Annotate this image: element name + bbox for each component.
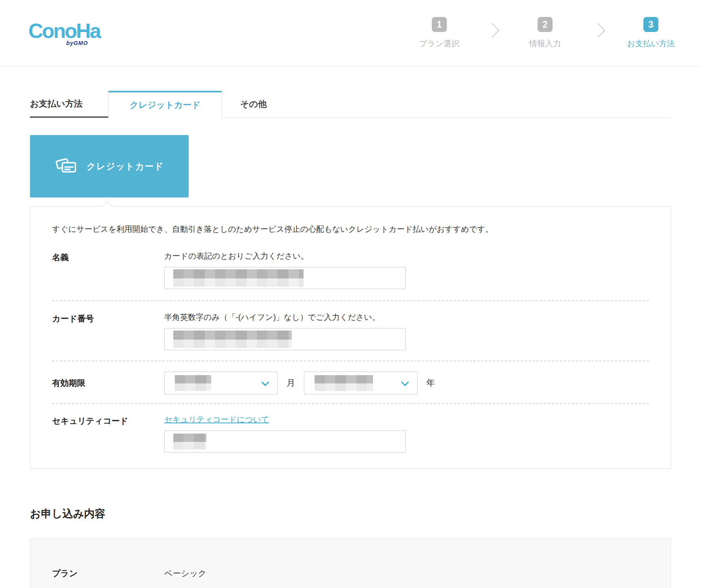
step-1-badge: 1 — [432, 17, 447, 32]
expiry-month-select[interactable] — [164, 372, 278, 395]
step-3-badge: 3 — [643, 17, 658, 32]
step-2-badge: 2 — [538, 17, 553, 32]
chevron-down-icon — [401, 378, 409, 386]
tab-other[interactable]: その他 — [222, 91, 285, 117]
chevron-down-icon — [261, 378, 269, 386]
step-2-label: 情報入力 — [529, 38, 561, 49]
security-code-field-label: セキュリティコード — [52, 414, 164, 453]
tab-credit-card[interactable]: クレジットカード — [108, 91, 222, 118]
name-input[interactable] — [164, 267, 406, 289]
conoha-logo[interactable]: ConoHa byGMO — [28, 21, 100, 46]
expiry-field-row: 有効期限 月 年 — [52, 372, 649, 395]
name-field-help: カードの表記のとおりご入力ください。 — [164, 251, 649, 261]
redacted-security-code-value — [173, 434, 206, 449]
order-plan-value: ベーシック — [164, 568, 206, 579]
security-code-info-link[interactable]: セキュリティコードについて — [164, 414, 269, 425]
chevron-right-icon — [591, 23, 605, 38]
redacted-year-value — [315, 375, 373, 391]
credit-card-intro-text: すぐにサービスを利用開始でき、自動引き落としのためサービス停止の心配もないクレジ… — [52, 223, 649, 235]
dashed-divider — [52, 361, 649, 361]
expiry-year-select[interactable] — [304, 372, 418, 395]
name-field-label: 名義 — [52, 251, 164, 289]
page-header: ConoHa byGMO 1 プラン選択 2 情報入力 3 お支払い方法 — [0, 0, 701, 66]
name-field-row: 名義 カードの表記のとおりご入力ください。 — [52, 251, 649, 289]
credit-cards-icon — [55, 157, 78, 175]
step-info-input: 2 情報入力 — [515, 17, 575, 49]
card-number-input[interactable] — [164, 328, 406, 350]
expiry-field-label: 有効期限 — [52, 378, 164, 389]
order-plan-label: プラン — [52, 568, 164, 579]
chevron-right-icon — [485, 23, 500, 38]
logo-brand-text: ConoHa — [28, 21, 100, 41]
year-unit-label: 年 — [426, 377, 435, 389]
redacted-month-value — [175, 375, 211, 391]
card-number-field-help: 半角英数字のみ（「-(ハイフン)」なし）でご入力ください。 — [164, 312, 649, 323]
dashed-divider — [52, 300, 649, 301]
credit-card-form-panel: すぐにサービスを利用開始でき、自動引き落としのためサービス停止の心配もないクレジ… — [30, 206, 671, 469]
redacted-name-value — [173, 269, 304, 287]
payment-method-tabs: お支払い方法 クレジットカード その他 — [30, 91, 671, 118]
dashed-divider — [52, 403, 649, 404]
redacted-card-number-value — [173, 331, 292, 348]
order-summary-heading: お申し込み内容 — [30, 507, 701, 521]
payment-method-section-label: お支払い方法 — [30, 91, 108, 118]
logo-byline-text: byGMO — [66, 40, 100, 46]
step-3-label: お支払い方法 — [627, 38, 675, 49]
card-number-field-row: カード番号 半角英数字のみ（「-(ハイフン)」なし）でご入力ください。 — [52, 312, 649, 350]
panel-caret — [102, 201, 112, 211]
step-payment-method: 3 お支払い方法 — [621, 17, 680, 49]
month-unit-label: 月 — [287, 377, 295, 389]
progress-steps: 1 プラン選択 2 情報入力 3 お支払い方法 — [410, 17, 680, 49]
step-plan-select: 1 プラン選択 — [410, 17, 469, 49]
credit-card-method-button[interactable]: クレジットカード — [30, 135, 189, 197]
security-code-field-row: セキュリティコード セキュリティコードについて — [52, 414, 649, 453]
security-code-input[interactable] — [164, 430, 406, 453]
card-number-field-label: カード番号 — [52, 312, 164, 350]
order-summary-box: プラン ベーシック — [30, 538, 671, 588]
credit-card-button-label: クレジットカード — [86, 160, 164, 173]
order-plan-row: プラン ベーシック — [52, 568, 649, 579]
step-1-label: プラン選択 — [419, 38, 459, 49]
